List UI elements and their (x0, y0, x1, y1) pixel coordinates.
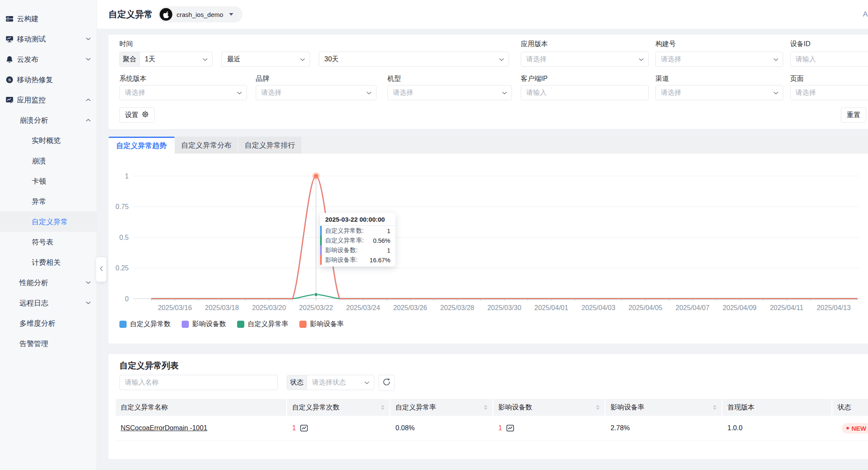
placeholder-text: 请选择 (125, 88, 145, 97)
column-header-label: 自定义异常率 (395, 403, 436, 412)
chevron-down-icon (237, 89, 242, 96)
sort-arrows-icon[interactable] (713, 405, 716, 410)
list-title: 自定义异常列表 (119, 360, 179, 371)
sort-arrows-icon[interactable] (484, 405, 487, 410)
sidebar-item-label: 远程日志 (19, 298, 48, 308)
legend-item-2[interactable]: 自定义异常率 (237, 320, 288, 329)
sidebar-item-mobile-hotfix[interactable]: S移动热修复 (0, 69, 97, 90)
client-ip-input[interactable] (521, 85, 649, 100)
trend-chart-icon[interactable] (506, 424, 514, 432)
legend-swatch (119, 321, 127, 328)
svg-text:2025/03/24: 2025/03/24 (346, 304, 380, 311)
legend-item-3[interactable]: 影响设备率 (299, 320, 344, 329)
sidebar-item-exception[interactable]: 异常 (0, 191, 97, 212)
chevron-down-icon (364, 379, 370, 386)
time-mode-select[interactable]: 最近 (221, 52, 310, 67)
status-select[interactable]: 状态 请选择状态 (287, 375, 374, 390)
sidebar-item-billing[interactable]: 计费相关 (0, 252, 97, 272)
column-header-1[interactable]: 自定义异常次数 (287, 399, 390, 416)
trend-chart[interactable]: 00.250.50.7512025/03/162025/03/182025/03… (108, 154, 868, 323)
model-select[interactable]: 请选择 (387, 85, 512, 100)
sidebar-item-crash[interactable]: 崩溃 (0, 151, 97, 171)
bell-icon (6, 55, 14, 63)
os-version-select[interactable]: 请选择 (119, 85, 247, 100)
device-id-input[interactable] (790, 52, 868, 67)
chevron-down-icon (229, 13, 233, 16)
column-header-label: 首现版本 (727, 403, 755, 412)
legend-swatch (237, 321, 244, 328)
tooltip-row: 影响设备率:16.67% (320, 255, 395, 265)
channel-select[interactable]: 请选择 (655, 85, 783, 100)
affected-devices: 1 (498, 424, 502, 432)
filter-label-app-version: 应用版本 (521, 40, 548, 49)
svg-text:2025/04/11: 2025/04/11 (770, 304, 803, 311)
sidebar-item-performance-analysis[interactable]: 性能分析 (0, 272, 97, 293)
sidebar-item-realtime-overview[interactable]: 实时概览 (0, 130, 97, 151)
sidebar-item-app-monitoring[interactable]: 应用监控 (0, 90, 97, 110)
svg-text:2025/03/16: 2025/03/16 (158, 304, 192, 311)
build-number-select[interactable]: 请选择 (655, 52, 783, 67)
sidebar-item-remote-log[interactable]: 远程日志 (0, 293, 97, 313)
exception-name-link[interactable]: NSCocoaErrorDomain -1001 (121, 424, 207, 432)
svg-text:2025/04/01: 2025/04/01 (534, 304, 568, 311)
hotfix-icon: S (6, 76, 14, 84)
table-cell: 1 (493, 416, 605, 440)
sidebar-item-label: 性能分析 (19, 278, 48, 288)
sidebar-item-label: 符号表 (32, 237, 53, 247)
svg-text:0.75: 0.75 (116, 203, 129, 210)
mobile-test-icon (6, 35, 14, 43)
legend-item-1[interactable]: 影响设备数 (182, 320, 226, 329)
time-aggregate-select[interactable]: 聚合 1天 (119, 52, 213, 67)
reset-button[interactable]: 重置 (841, 107, 866, 123)
sidebar-item-cloud-build[interactable]: 云构建 (0, 8, 97, 29)
sidebar-item-label: 自定义异常 (32, 217, 68, 227)
chevron-down-icon (366, 89, 372, 96)
page-select[interactable]: 请选择 (790, 85, 868, 100)
column-header-5: 首现版本 (722, 399, 832, 416)
tab-distribution[interactable]: 自定义异常分布 (174, 137, 238, 154)
trend-chart-icon[interactable] (300, 424, 308, 432)
sidebar-item-alert-management[interactable]: 告警管理 (0, 333, 97, 354)
sidebar-item-label: 崩溃分析 (19, 115, 48, 125)
sidebar-item-symbol-table[interactable]: 符号表 (0, 232, 97, 252)
sidebar-item-label: 卡顿 (32, 176, 46, 186)
tooltip-label: 自定义异常率: (325, 236, 364, 245)
column-header-2[interactable]: 自定义异常率 (390, 399, 493, 416)
column-header-4[interactable]: 影响设备率 (605, 399, 722, 416)
tab-ranking[interactable]: 自定义异常排行 (238, 137, 301, 154)
chevron-up-icon (86, 118, 91, 122)
svg-text:1: 1 (125, 173, 129, 180)
sidebar-item-mobile-testing[interactable]: 移动测试 (0, 29, 97, 49)
name-search-input[interactable] (119, 375, 278, 390)
sidebar-item-cloud-release[interactable]: 云发布 (0, 49, 97, 69)
settings-button[interactable]: 设置 (119, 107, 155, 123)
svg-text:2025/04/13: 2025/04/13 (817, 304, 851, 311)
refresh-button[interactable] (379, 375, 395, 391)
column-header-3[interactable]: 影响设备数 (493, 399, 605, 416)
sidebar-item-custom-exception[interactable]: 自定义异常 (0, 212, 97, 232)
tab-trend[interactable]: 自定义异常趋势 (108, 137, 174, 154)
sidebar-item-freeze[interactable]: 卡顿 (0, 171, 97, 191)
status-dot-icon (846, 427, 849, 429)
app-version-select[interactable]: 请选择 (521, 52, 649, 67)
sidebar-item-crash-analysis[interactable]: 崩溃分析 (0, 110, 97, 130)
app-selector-value: crash_ios_demo (177, 11, 223, 18)
app-selector[interactable]: crash_ios_demo (158, 6, 243, 22)
tooltip-row: 自定义异常数:1 (320, 226, 395, 236)
sort-arrows-icon[interactable] (381, 405, 384, 410)
settings-button-label: 设置 (125, 111, 138, 120)
sidebar-collapse-handle[interactable] (96, 257, 106, 282)
sidebar-item-label: 计费相关 (32, 258, 61, 267)
brand-select[interactable]: 请选择 (256, 85, 376, 100)
time-range-select[interactable]: 30天 (319, 52, 509, 67)
gear-icon (141, 110, 149, 120)
table-cell: 2.78% (605, 416, 722, 440)
legend-item-0[interactable]: 自定义异常数 (119, 320, 171, 329)
sort-arrows-icon[interactable] (596, 405, 600, 410)
column-header-6: 状态 (832, 399, 868, 416)
column-header-label: 影响设备率 (611, 403, 644, 412)
svg-text:2025/04/05: 2025/04/05 (628, 304, 662, 311)
sidebar-item-multi-dimension-analysis[interactable]: 多维度分析 (0, 313, 97, 333)
filter-panel: 时间 聚合 1天 最近 30天 应用版本 请选择 构建号 请选择 设备ID 系统… (108, 35, 868, 129)
user-avatar[interactable]: A (863, 10, 868, 19)
